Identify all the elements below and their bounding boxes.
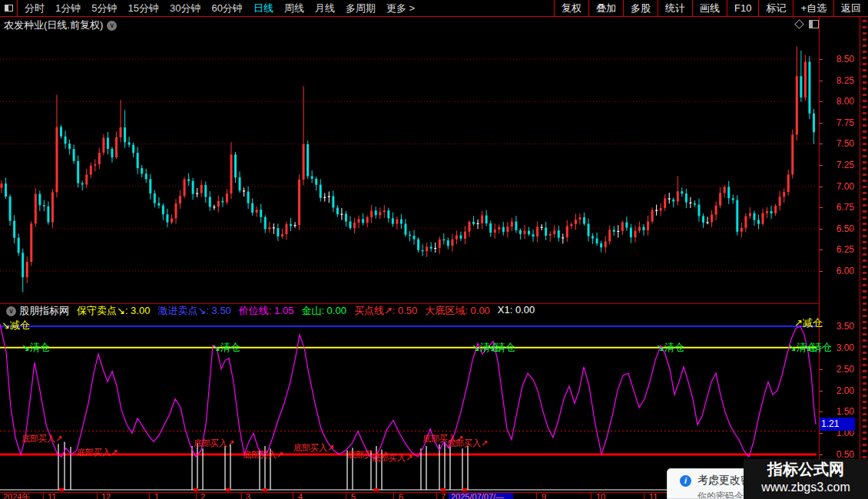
period-item[interactable]: 更多 > [386,2,415,15]
tool-item[interactable]: 叠加 [588,0,623,17]
date-label: 1 [154,493,159,499]
month-divider [149,493,150,499]
price-tick-label: 6.25 [819,244,854,255]
month-divider [196,493,197,499]
indicator-param: 大底区域: 0.00 [425,304,490,318]
date-label: 2 [200,493,205,499]
trading-app-window: 分时1分钟5分钟15分钟30分钟60分钟日线周线月线多周期更多 > 复权叠加多股… [0,0,868,499]
collapse-icon[interactable]: ∨ [6,306,16,316]
month-divider [241,493,242,499]
top-toolbar: 分时1分钟5分钟15分钟30分钟60分钟日线周线月线多周期更多 > 复权叠加多股… [0,0,868,17]
indicator-tick-label: 0.50 [819,449,854,460]
price-tick-label: 7.75 [819,117,854,128]
right-edge-strip-marks [863,20,866,492]
tool-item[interactable]: 统计 [658,0,692,17]
date-highlight: 2025/07/07/— [449,493,513,499]
tool-item[interactable]: F10 [727,0,758,17]
month-divider [293,493,293,499]
tool-item[interactable]: 标记 [758,0,793,17]
date-label: 4 [298,493,303,499]
tool-item[interactable]: 多股 [623,0,658,17]
period-item[interactable]: 60分钟 [211,2,242,15]
diamond-icon[interactable] [794,19,804,29]
price-tick-label: 6.75 [819,202,854,213]
month-divider [346,493,346,499]
month-divider [644,493,644,499]
watermark: 指标公式网 www.zbgs3.com [744,459,868,499]
month-divider [536,493,537,499]
month-divider [591,493,591,499]
price-tick-label: 7.25 [819,160,854,170]
candlestick-chart[interactable] [0,34,817,303]
panel-separator-line [0,303,819,304]
date-label: 3 [246,493,250,499]
period-item[interactable]: 分时 [25,2,45,15]
info-icon: i [680,475,691,487]
date-label: 10 [596,493,605,499]
indicator-source: ∨ 股朋指标网 [2,304,69,318]
price-tick-label: 8.00 [819,96,854,107]
date-label: 11 [48,493,56,499]
period-item[interactable]: 周线 [284,2,304,15]
indicator-tick-label: 3.50 [819,321,854,332]
indicator-chart[interactable] [0,318,817,492]
period-item[interactable]: 5分钟 [91,2,117,15]
indicator-param: 价位线: 1.05 [239,304,294,318]
indicator-param: 买点线↗: 0.50 [354,304,417,318]
indicator-tick-label: 1.50 [819,406,854,417]
tool-item[interactable]: 返回 [833,0,868,17]
indicator-param: 金山: 0.00 [301,304,346,318]
price-tick-label: 7.50 [819,138,854,149]
layout-split-icon[interactable] [0,0,18,17]
chart-titlebar: 农发种业(日线.前复权) ∨ [0,18,868,33]
period-item[interactable]: 多周期 [346,2,376,15]
period-item[interactable]: 15分钟 [128,2,158,15]
period-item[interactable]: 30分钟 [170,2,200,15]
indicator-header: ∨ 股朋指标网 保守卖点↘: 3.00激进卖点↘: 3.50价位线: 1.05金… [0,304,817,318]
date-label: 5 [351,493,356,499]
period-item[interactable]: 日线 [253,2,273,15]
month-divider [393,493,394,499]
date-label: 2024年 [3,493,30,499]
panel-toggle-icon[interactable] [809,20,819,28]
date-label: 12 [101,493,111,499]
indicator-tick-label: 2.00 [819,385,854,396]
date-label: 9 [542,493,546,499]
indicator-tick-label: 2.50 [819,364,854,375]
date-label: 11 [649,493,658,499]
last-value-badge: 1.21 [819,418,855,431]
stock-title: 农发种业(日线.前复权) [0,18,103,32]
date-label: 7 [441,493,446,499]
price-tick-label: 7.00 [819,181,854,192]
right-edge-strip[interactable] [860,17,868,499]
indicator-params: 保守卖点↘: 3.00激进卖点↘: 3.50价位线: 1.05金山: 0.00买… [77,304,535,318]
month-divider [436,493,437,499]
tool-item[interactable]: 复权 [554,0,588,17]
price-tick-label: 6.00 [819,266,854,276]
price-tick-label: 6.50 [819,223,854,234]
indicator-param: X1: 0.00 [498,304,535,318]
chevron-down-icon[interactable]: ∨ [107,21,117,31]
indicator-param: 激进卖点↘: 3.50 [157,304,230,318]
watermark-title: 指标公式网 [744,459,868,479]
tool-item[interactable]: 画线 [692,0,727,17]
period-item[interactable]: 1分钟 [55,2,81,15]
price-tick-label: 8.50 [819,54,854,64]
month-divider [43,493,44,499]
price-tick-label: 8.25 [819,75,854,86]
period-item[interactable]: 月线 [315,2,335,15]
axis-separator-line [819,17,820,499]
period-menu: 分时1分钟5分钟15分钟30分钟60分钟日线周线月线多周期更多 > [18,2,415,15]
date-label: 6 [399,493,403,499]
month-divider [97,493,98,499]
indicator-param: 保守卖点↘: 3.00 [77,304,150,318]
watermark-url: www.zbgs3.com [744,479,868,496]
indicator-tick-label: 3.00 [819,342,854,353]
tool-item[interactable]: +自选 [793,0,833,17]
tools-menu: 复权叠加多股统计画线F10标记+自选返回 [554,0,868,17]
